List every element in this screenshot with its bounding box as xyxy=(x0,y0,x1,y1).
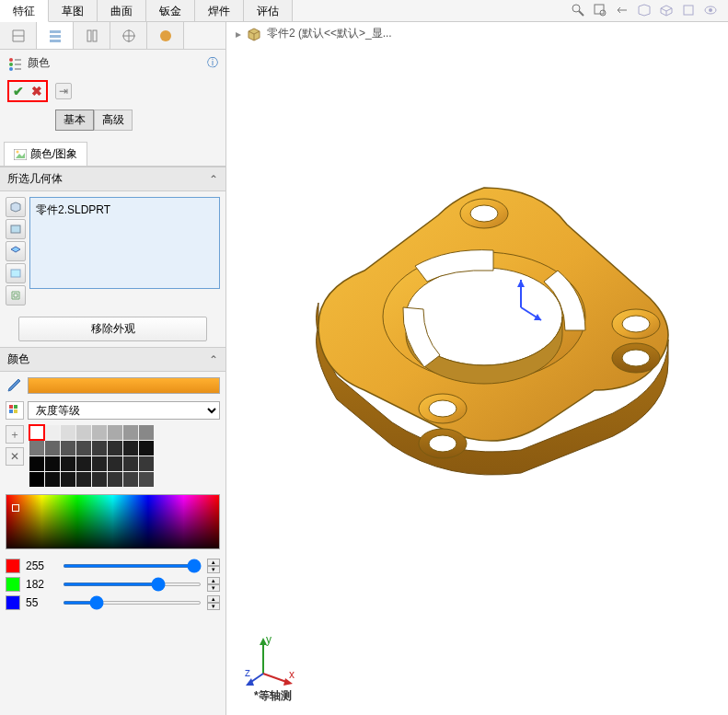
svg-point-36 xyxy=(622,316,650,332)
section-selected-geometry[interactable]: 所选几何体 ⌃ xyxy=(0,167,225,191)
ok-cancel-highlight: ✔ ✖ xyxy=(7,80,48,102)
svg-rect-27 xyxy=(9,405,13,409)
config-manager-tab[interactable] xyxy=(74,22,110,49)
manager-tabs xyxy=(0,22,225,50)
breadcrumb[interactable]: ▸ 零件2 (默认<<默认>_显... xyxy=(236,26,392,41)
section-color[interactable]: 颜色 ⌃ xyxy=(0,347,225,372)
panel-title: 颜色 xyxy=(7,55,50,71)
color-preview xyxy=(28,377,220,394)
tab-feature[interactable]: 特征 xyxy=(0,0,49,22)
tab-color-image[interactable]: 颜色/图象 xyxy=(4,142,87,166)
svg-point-18 xyxy=(9,67,13,71)
green-spin-down[interactable]: ▾ xyxy=(207,584,220,592)
zoom-fit-icon[interactable] xyxy=(570,2,586,18)
selection-item[interactable]: 零件2.SLDPRT xyxy=(34,202,215,219)
red-chip xyxy=(6,559,20,573)
svg-point-17 xyxy=(9,63,13,66)
hide-show-icon[interactable] xyxy=(702,2,719,18)
svg-point-42 xyxy=(429,435,456,452)
red-spin-up[interactable]: ▴ xyxy=(207,559,220,566)
help-icon[interactable]: ⓘ xyxy=(207,55,218,71)
green-chip xyxy=(6,577,20,592)
property-manager-tab[interactable] xyxy=(37,22,74,49)
tab-sketch[interactable]: 草图 xyxy=(49,0,98,21)
blue-slider[interactable] xyxy=(63,601,202,605)
svg-line-1 xyxy=(579,11,584,16)
svg-rect-30 xyxy=(14,409,17,413)
cancel-button[interactable]: ✖ xyxy=(31,84,42,98)
breadcrumb-label: 零件2 (默认<<默认>_显... xyxy=(267,26,392,41)
view-triad[interactable]: y x z xyxy=(245,632,300,687)
display-style-icon[interactable] xyxy=(680,2,697,18)
eyedropper-icon[interactable] xyxy=(6,377,22,394)
svg-point-3 xyxy=(600,10,606,16)
svg-rect-25 xyxy=(11,225,20,233)
view-orientation-label: *等轴测 xyxy=(254,688,292,704)
blue-chip xyxy=(6,595,20,610)
filter-face-icon[interactable] xyxy=(6,241,26,261)
red-spin-down[interactable]: ▾ xyxy=(207,566,220,573)
section-geom-label: 所选几何体 xyxy=(7,171,63,187)
palette-icon[interactable] xyxy=(6,401,24,420)
blue-spin-up[interactable]: ▴ xyxy=(207,595,220,603)
view-toolbar xyxy=(570,2,719,18)
dimxpert-tab[interactable] xyxy=(110,22,147,49)
red-slider[interactable] xyxy=(63,564,202,568)
svg-text:x: x xyxy=(289,668,295,681)
svg-rect-8 xyxy=(50,35,61,38)
pin-button[interactable]: ⇥ xyxy=(55,83,72,99)
chevron-up-icon: ⌃ xyxy=(209,353,218,366)
panel-title-text: 颜色 xyxy=(28,55,50,71)
basic-button[interactable]: 基本 xyxy=(55,110,94,131)
green-slider[interactable] xyxy=(63,582,202,586)
svg-rect-10 xyxy=(87,30,91,41)
swatch-grid[interactable] xyxy=(29,425,154,487)
view-orient-icon[interactable] xyxy=(658,2,675,18)
section-view-icon[interactable] xyxy=(636,2,653,18)
breadcrumb-arrow-icon[interactable]: ▸ xyxy=(236,28,241,40)
svg-text:z: z xyxy=(245,666,250,679)
svg-point-0 xyxy=(572,5,580,12)
advanced-button[interactable]: 高级 xyxy=(94,110,133,131)
prev-view-icon[interactable] xyxy=(614,2,630,18)
tab-sheetmetal[interactable]: 钣金 xyxy=(146,0,195,21)
svg-point-24 xyxy=(17,150,19,153)
part-model[interactable] xyxy=(263,169,705,519)
selection-list[interactable]: 零件2.SLDPRT xyxy=(29,197,220,289)
remove-swatch-icon[interactable]: ✕ xyxy=(6,447,24,466)
remove-appearance-button[interactable]: 移除外观 xyxy=(18,317,207,341)
svg-rect-4 xyxy=(684,6,693,15)
blue-spin-down[interactable]: ▾ xyxy=(207,603,220,610)
svg-rect-7 xyxy=(50,30,61,33)
svg-point-15 xyxy=(160,30,171,41)
zoom-area-icon[interactable] xyxy=(592,2,608,18)
graphics-viewport[interactable]: ▸ 零件2 (默认<<默认>_显... xyxy=(226,22,728,715)
chevron-up-icon: ⌃ xyxy=(209,173,218,186)
tab-weldment[interactable]: 焊件 xyxy=(195,0,244,21)
svg-rect-9 xyxy=(50,40,61,42)
filter-feature-icon[interactable] xyxy=(6,285,26,306)
svg-point-34 xyxy=(470,205,498,222)
filter-part-icon[interactable] xyxy=(6,197,26,217)
filter-surface-icon[interactable] xyxy=(6,263,26,283)
spectrum-cursor[interactable] xyxy=(12,504,19,512)
tab-surface[interactable]: 曲面 xyxy=(98,0,146,21)
image-icon xyxy=(14,149,27,160)
tab-evaluate[interactable]: 评估 xyxy=(244,0,293,21)
svg-point-38 xyxy=(622,350,650,366)
swatch-preset-select[interactable]: 灰度等级 xyxy=(28,401,220,420)
color-spectrum[interactable] xyxy=(6,494,220,549)
svg-point-16 xyxy=(9,58,13,62)
add-swatch-icon[interactable]: ＋ xyxy=(6,425,24,444)
svg-text:y: y xyxy=(266,633,272,646)
filter-body-icon[interactable] xyxy=(6,219,26,239)
tab-color-image-label: 颜色/图象 xyxy=(30,146,77,162)
svg-marker-23 xyxy=(16,153,25,158)
green-spin-up[interactable]: ▴ xyxy=(207,577,220,584)
display-manager-tab[interactable] xyxy=(147,22,184,49)
feature-manager-tab[interactable] xyxy=(0,22,37,49)
svg-rect-11 xyxy=(93,30,97,41)
ok-button[interactable]: ✔ xyxy=(13,84,24,98)
svg-rect-29 xyxy=(9,409,13,413)
svg-rect-28 xyxy=(14,405,17,409)
